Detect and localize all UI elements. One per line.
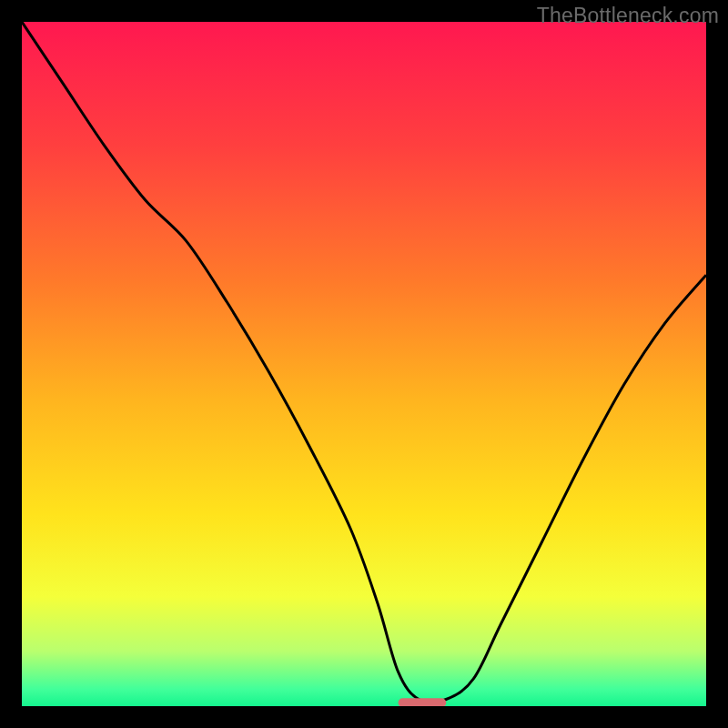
chart-frame: TheBottleneck.com	[0, 0, 728, 728]
optimum-marker	[399, 698, 447, 706]
watermark-text: TheBottleneck.com	[537, 4, 719, 28]
gradient-background	[22, 22, 706, 706]
chart-svg	[22, 22, 706, 706]
plot-area	[22, 22, 706, 706]
